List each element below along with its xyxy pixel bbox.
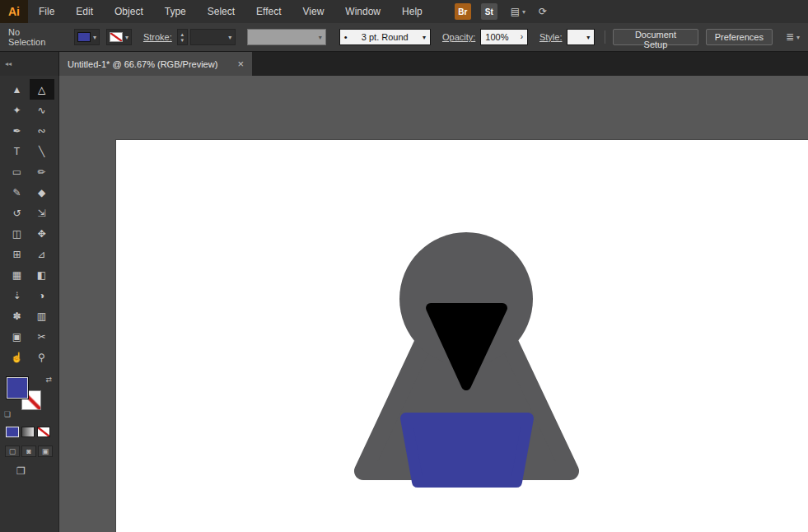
paintbrush-tool[interactable]: ✏ [30,161,54,182]
stroke-weight-stepper[interactable]: ▴ ▾ [177,29,188,45]
brush-dot-icon: • [344,32,348,42]
symbol-sprayer-tool-icon: ✽ [12,310,21,322]
rectangle-tool[interactable]: ▭ [5,161,30,182]
artboard-tool-icon: ▣ [12,331,21,343]
workspace-switcher[interactable]: ▤ ▾ [511,6,525,17]
eraser-tool[interactable]: ◆ [30,182,54,203]
shape-builder-tool[interactable]: ⊞ [5,244,30,264]
bridge-button[interactable]: Br [455,3,471,20]
stepper-up-icon[interactable]: ▴ [181,31,184,37]
rotate-tool[interactable]: ↺ [5,203,30,223]
direct-selection-tool[interactable]: △ [30,79,54,100]
magic-wand-tool-icon: ✦ [12,105,21,116]
menu-type[interactable]: Type [154,0,197,23]
swap-fill-stroke-icon[interactable]: ⇄ [45,376,52,384]
stock-button[interactable]: St [481,3,497,20]
shaper-tool[interactable]: ✎ [5,182,30,203]
align-icon: ≣ [786,31,794,43]
screen-mode-button[interactable]: ❐ [16,465,58,477]
mesh-tool[interactable]: ▦ [5,264,30,285]
column-graph-tool[interactable]: ▥ [30,306,54,326]
eyedropper-tool-icon: ⇣ [12,290,21,301]
brush-definition-dropdown[interactable]: • 3 pt. Round ▾ [339,29,431,45]
pen-tool[interactable]: ✒ [5,120,30,141]
mesh-tool-icon: ▦ [12,269,21,281]
align-dropdown[interactable]: ≣ ▾ [786,31,800,43]
draw-inside-mode-button[interactable]: ▣ [38,446,53,457]
artwork-canvas [116,140,808,532]
color-button[interactable] [6,427,19,437]
magic-wand-tool[interactable]: ✦ [5,100,30,120]
none-button[interactable] [37,427,50,437]
gradient-button[interactable] [21,427,35,437]
lasso-tool[interactable]: ∿ [30,100,54,120]
stroke-weight-label[interactable]: Stroke: [143,32,172,42]
tab-bar: ◂◂ Untitled-1* @ 66.67% (RGB/Preview) × [0,52,808,76]
stroke-color-dropdown[interactable]: ▾ [106,29,132,45]
style-label[interactable]: Style: [539,32,563,42]
lasso-tool-icon: ∿ [37,105,45,116]
toolbar-collapse-button[interactable]: ◂◂ [0,52,59,76]
document-tab[interactable]: Untitled-1* @ 66.67% (RGB/Preview) × [59,52,252,76]
draw-normal-mode-button[interactable]: ▢ [5,446,20,457]
hand-tool[interactable]: ☝ [5,347,30,367]
chevron-down-icon: ▾ [319,34,322,41]
zoom-tool[interactable]: ⚲ [30,347,54,367]
free-transform-tool[interactable]: ✥ [30,223,54,244]
hand-tool-icon: ☝ [11,352,23,363]
opacity-label[interactable]: Opacity: [442,32,475,42]
rotate-tool-icon: ↺ [12,208,21,219]
stroke-none-swatch [110,32,123,42]
width-tool-icon: ◫ [12,228,21,240]
blend-tool-icon: ◑ [39,290,44,301]
line-segment-tool[interactable]: ╲ [30,141,54,161]
variable-width-profile-dropdown: ▾ [247,29,325,45]
menubar-items: FileEditObjectTypeSelectEffectViewWindow… [28,0,433,23]
opacity-value: 100% [485,32,508,42]
type-tool[interactable]: T [5,141,30,161]
pen-tool-icon: ✒ [12,125,21,137]
control-bar: No Selection ▾ ▾ Stroke: ▴ ▾ ▾ ▾ • 3 pt.… [0,23,808,52]
menu-effect[interactable]: Effect [245,0,292,23]
fill-indicator[interactable] [7,377,28,399]
canvas-area[interactable] [59,76,808,532]
menu-window[interactable]: Window [334,0,391,23]
fill-color-dropdown[interactable]: ▾ [74,29,100,45]
curvature-tool[interactable]: ∾ [30,120,54,141]
symbol-sprayer-tool[interactable]: ✽ [5,306,30,326]
artboard[interactable] [116,140,808,532]
menu-file[interactable]: File [28,0,65,23]
menu-edit[interactable]: Edit [65,0,104,23]
artboard-tool[interactable]: ▣ [5,326,30,347]
chevron-down-icon: ▾ [522,8,525,16]
line-segment-tool-icon: ╲ [39,146,44,157]
opacity-dropdown[interactable]: 100% › [480,29,528,45]
menu-view[interactable]: View [292,0,335,23]
robe-front-shape[interactable] [406,418,528,482]
width-tool[interactable]: ◫ [5,223,30,244]
default-fill-stroke-icon[interactable]: ❏ [4,410,11,418]
blend-tool[interactable]: ◑ [30,285,54,306]
scale-tool[interactable]: ⇲ [30,203,54,223]
perspective-grid-tool[interactable]: ⊿ [30,244,54,264]
selection-tool[interactable]: ▲ [5,79,30,100]
slice-tool[interactable]: ✂ [30,326,54,347]
slice-tool-icon: ✂ [37,331,45,343]
menu-help[interactable]: Help [391,0,433,23]
touch-workspace-button[interactable]: ⟳ [539,6,547,17]
stepper-down-icon[interactable]: ▾ [181,37,184,43]
style-dropdown[interactable]: ▾ [567,29,595,45]
eyedropper-tool[interactable]: ⇣ [5,285,30,306]
brush-definition-value: 3 pt. Round [362,32,409,42]
chevron-down-icon: ▾ [586,34,590,41]
menu-object[interactable]: Object [104,0,154,23]
gradient-tool[interactable]: ◧ [30,264,54,285]
document-setup-button[interactable]: Document Setup [613,29,698,45]
paintbrush-tool-icon: ✏ [37,166,45,178]
tools-grid: ▲△✦∿✒∾T╲▭✏✎◆↺⇲◫✥⊞⊿▦◧⇣◑✽▥▣✂☝⚲ [0,76,58,367]
stroke-weight-dropdown[interactable]: ▾ [190,29,236,45]
draw-behind-mode-button[interactable]: ◙ [21,446,36,457]
preferences-button[interactable]: Preferences [706,29,773,45]
close-icon[interactable]: × [237,58,244,70]
menu-select[interactable]: Select [197,0,245,23]
